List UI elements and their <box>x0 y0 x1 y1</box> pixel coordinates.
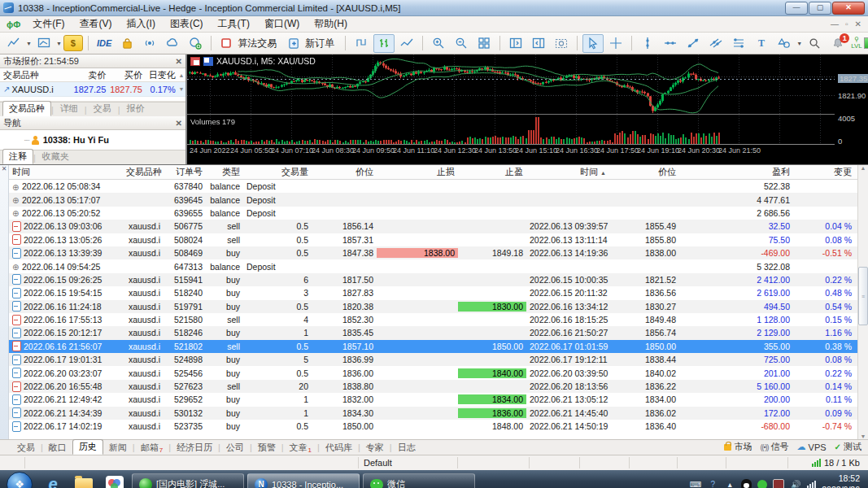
history-col-2[interactable]: 订单号 <box>164 166 206 178</box>
fibonacci-icon[interactable] <box>728 34 749 53</box>
menu-f[interactable]: 文件(F) <box>25 17 72 30</box>
menu-w[interactable]: 窗口(W) <box>257 17 307 30</box>
profiles-icon[interactable] <box>33 34 55 53</box>
profile-name[interactable]: Default <box>364 458 392 468</box>
market-watch-tab-1[interactable]: 详细 <box>54 101 85 116</box>
toolbox-tab-9[interactable]: 代码库 <box>320 441 358 455</box>
scrollbar-thumb[interactable]: ≡ <box>858 267 868 325</box>
horizontal-line-icon[interactable] <box>660 34 681 53</box>
qq-tray-icon[interactable] <box>741 479 752 488</box>
close-button[interactable]: ✕ <box>832 2 865 15</box>
community-icon[interactable] <box>185 34 206 53</box>
market-bag-icon[interactable] <box>116 34 137 53</box>
text-tool-icon[interactable]: T <box>751 34 772 53</box>
history-row-521580[interactable]: 2022.06.16 17:55:13xauusd.i521580sell418… <box>9 313 857 326</box>
crosshair-icon[interactable] <box>605 34 626 53</box>
col-ask[interactable]: 买价 <box>106 69 142 81</box>
account-item[interactable]: 10338: Hu Yi Fu <box>43 135 109 145</box>
history-row-521802[interactable]: 2022.06.16 21:56:07xauusd.i521802sell0.5… <box>9 340 857 353</box>
history-row-515941[interactable]: 2022.06.15 09:26:25xauusd.i515941buy6181… <box>9 273 857 286</box>
toolbox-tab-11[interactable]: 日志 <box>392 441 421 455</box>
wechat-tray-icon[interactable] <box>757 480 767 488</box>
network-tray-icon[interactable] <box>807 481 816 488</box>
chart-area[interactable]: XAUUSD.i, M5: XAU/USD Volumes 179 1827.9… <box>187 54 868 164</box>
tick-chart-icon[interactable] <box>351 34 372 53</box>
new-order-button[interactable]: 新订单 <box>284 33 340 54</box>
toolbox-tab-8[interactable]: 文章1 <box>284 441 317 455</box>
line-chart-icon[interactable] <box>396 34 417 53</box>
history-row-524898[interactable]: 2022.06.17 19:01:31xauusd.i524898buy5183… <box>9 353 857 366</box>
vertical-line-icon[interactable] <box>637 34 658 53</box>
cloud-icon[interactable] <box>162 34 183 53</box>
toolbox-close-icon[interactable]: ✕ <box>2 165 7 172</box>
history-col-7[interactable]: 止盈 <box>458 166 526 178</box>
history-row-527623[interactable]: 2022.06.20 16:55:48xauusd.i527623sell201… <box>9 380 857 393</box>
history-scrollbar[interactable]: ▲ ≡ ▼ <box>857 165 868 439</box>
ide-button[interactable]: IDE <box>94 38 115 48</box>
tray-clock[interactable]: 18:52 2022/6/26 <box>822 473 860 488</box>
market-watch-tab-0[interactable]: 交易品种 <box>2 101 51 116</box>
bottom-link-2[interactable]: ☁VPS <box>797 442 827 452</box>
tile-windows-icon[interactable] <box>473 34 495 53</box>
toolbox-tab-1[interactable]: 敞口 <box>43 441 72 455</box>
history-row-508024[interactable]: 2022.06.13 13:05:26xauusd.i508024sell0.5… <box>9 233 857 246</box>
history-col-6[interactable]: 止损 <box>377 166 458 178</box>
cursor-icon[interactable] <box>582 34 604 53</box>
price-axis[interactable]: 1827.901821.901827.3540050 <box>835 54 868 145</box>
history-row-529652[interactable]: 2022.06.21 12:49:42xauusd.i529652buy1183… <box>9 393 857 406</box>
taskbar-button-2[interactable]: 微信 <box>363 473 475 488</box>
time-axis[interactable]: 24 Jun 202224 Jun 05:5024 Jun 07:1024 Ju… <box>187 146 868 157</box>
market-watch-tab-2[interactable]: 交易 <box>87 101 118 116</box>
chart-style-icon[interactable] <box>3 34 24 53</box>
history-header-row[interactable]: 时间交易品种订单号类型交易量价位止损止盈时间▲价位盈利变更 <box>9 165 857 180</box>
history-row-506775[interactable]: 2022.06.13 09:03:06xauusd.i506775sell0.5… <box>9 220 857 233</box>
scrollbar-down-icon[interactable]: ▼ <box>861 434 866 439</box>
file-explorer-icon[interactable] <box>70 473 98 488</box>
internet-explorer-icon[interactable]: e <box>39 473 67 488</box>
col-bid[interactable]: 卖价 <box>70 69 107 81</box>
history-col-4[interactable]: 交易量 <box>243 166 312 178</box>
taskbar-button-1[interactable]: 10338 - Inceptio... <box>247 473 360 488</box>
history-row-519791[interactable]: 2022.06.16 11:24:18xauusd.i519791buy0.51… <box>9 300 857 313</box>
bottom-link-0[interactable]: 市场 <box>724 441 752 453</box>
toolbox-tab-6[interactable]: 公司 <box>220 441 250 455</box>
indicator-window2-icon[interactable] <box>528 34 549 53</box>
history-col-10[interactable]: 盈利 <box>679 166 793 178</box>
volume-chart-canvas[interactable] <box>187 115 835 145</box>
minimize-button[interactable]: — <box>785 2 808 15</box>
history-row-525456[interactable]: 2022.06.20 03:23:07xauusd.i525456buy0.51… <box>9 366 857 379</box>
toolbox-tab-3[interactable]: 新闻 <box>103 441 133 455</box>
maximize-button[interactable]: ▢ <box>809 2 831 15</box>
col-change[interactable]: 日变化 <box>142 69 177 81</box>
indicator-window-icon[interactable] <box>505 34 526 53</box>
history-col-1[interactable]: 交易品种 <box>123 166 164 178</box>
trendline-icon[interactable] <box>683 34 704 53</box>
toolbox-tab-7[interactable]: 预警 <box>252 441 281 455</box>
show-hidden-icons[interactable]: ▴ <box>724 479 735 488</box>
col-symbol[interactable]: 交易品种 <box>0 69 70 81</box>
menu-c[interactable]: 图表(C) <box>163 17 211 30</box>
volume-tray-icon[interactable]: 🔊 <box>790 479 801 488</box>
depth-of-market-icon[interactable] <box>190 57 200 66</box>
history-row-639655[interactable]: 2022.06.13 05:20:52639655balanceDeposit2… <box>9 207 857 220</box>
market-watch-row-xauusd[interactable]: ↗XAUUSD.i 1827.25 1827.75 0.17% ▼ <box>0 82 185 97</box>
algo-trading-button[interactable]: 算法交易 <box>216 33 282 54</box>
search-icon[interactable] <box>804 34 825 53</box>
netdisk-app-icon[interactable] <box>101 473 129 488</box>
mdi-window-controls[interactable]: —▫✕ <box>831 20 868 28</box>
history-row-530132[interactable]: 2022.06.21 14:34:39xauusd.i530132buy1183… <box>9 407 857 420</box>
toolbox-tab-5[interactable]: 经济日历 <box>171 441 218 455</box>
history-row-637840[interactable]: 2022.06.12 05:08:34637840balanceDeposit5… <box>9 180 857 193</box>
bar-chart-icon[interactable] <box>373 34 395 53</box>
history-row-647313[interactable]: 2022.06.14 09:54:25647313balanceDeposit5… <box>9 259 857 272</box>
start-button[interactable]: ❖ <box>7 472 33 488</box>
help-tray-icon[interactable]: ? <box>707 479 718 488</box>
history-col-11[interactable]: 变更 <box>793 166 855 178</box>
channel-icon[interactable] <box>705 34 726 53</box>
toolbox-tab-10[interactable]: 专家 <box>360 441 390 455</box>
menu-v[interactable]: 查看(V) <box>72 17 120 30</box>
signals-icon[interactable] <box>139 34 160 53</box>
menu-h[interactable]: 帮助(H) <box>307 17 355 30</box>
history-col-3[interactable]: 类型 <box>206 166 243 178</box>
notifications-icon[interactable]: 1 <box>830 35 846 51</box>
